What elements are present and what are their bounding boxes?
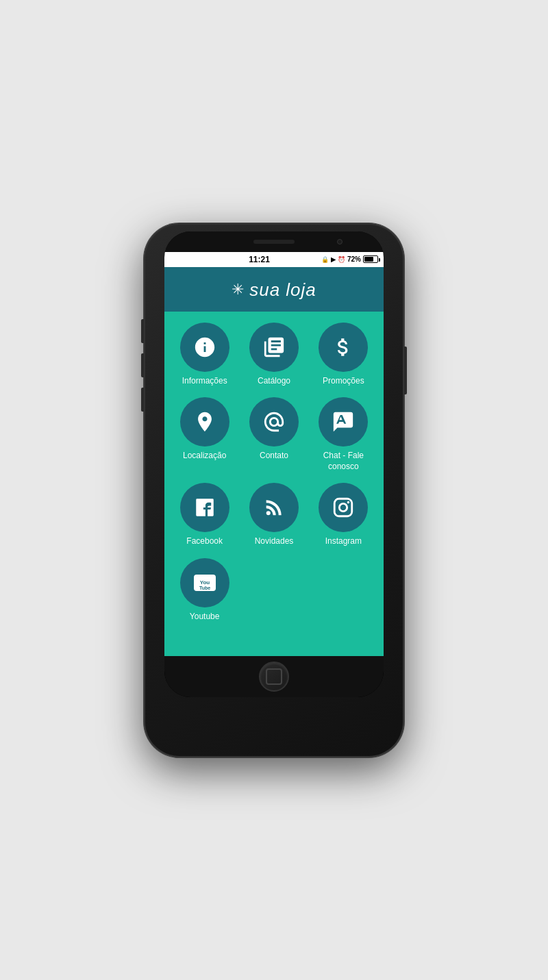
alarm-icon: ⏰ bbox=[338, 256, 345, 263]
rss-icon bbox=[262, 496, 286, 519]
app-title: sua loja bbox=[249, 279, 316, 301]
home-button[interactable] bbox=[259, 662, 289, 692]
catalog-icon bbox=[262, 336, 286, 359]
menu-item-promocoes[interactable]: Promoções bbox=[312, 323, 375, 387]
promocoes-icon-circle bbox=[319, 323, 368, 372]
contato-icon-circle bbox=[249, 397, 299, 447]
instagram-icon bbox=[332, 496, 355, 519]
facebook-icon-circle bbox=[180, 483, 229, 532]
phone-top-bar bbox=[164, 231, 384, 252]
localizacao-label: Localização bbox=[183, 451, 226, 462]
instagram-icon-circle bbox=[319, 483, 368, 532]
phone-device: 11:21 🔒 ▶ ⏰ 72% ✳ sua loja bbox=[144, 223, 404, 757]
battery-bar bbox=[363, 255, 378, 263]
informacoes-label: Informações bbox=[182, 376, 227, 387]
menu-item-contato[interactable]: Contato bbox=[242, 397, 306, 472]
menu-item-informacoes[interactable]: Informações bbox=[173, 323, 236, 387]
lock-icon: 🔒 bbox=[321, 256, 329, 263]
svg-text:You: You bbox=[199, 579, 210, 586]
status-bar: 11:21 🔒 ▶ ⏰ 72% bbox=[164, 252, 384, 267]
informacoes-icon-circle bbox=[180, 323, 229, 372]
chat-icon-circle bbox=[319, 397, 368, 447]
chat-label: Chat - Fale conosco bbox=[312, 451, 375, 472]
instagram-label: Instagram bbox=[325, 536, 362, 547]
app-content: Informações Catálogo bbox=[164, 312, 384, 656]
screen: 11:21 🔒 ▶ ⏰ 72% ✳ sua loja bbox=[164, 252, 384, 656]
contato-label: Contato bbox=[260, 451, 288, 462]
sparkle-icon: ✳ bbox=[232, 281, 244, 299]
camera bbox=[337, 239, 342, 244]
catalogo-icon-circle bbox=[249, 323, 299, 372]
youtube-icon: You Tube bbox=[191, 569, 219, 596]
phone-bottom bbox=[164, 656, 384, 697]
localizacao-icon-circle bbox=[180, 397, 229, 447]
phone-screen-container: 11:21 🔒 ▶ ⏰ 72% ✳ sua loja bbox=[164, 231, 384, 697]
promocoes-label: Promoções bbox=[323, 376, 364, 387]
app-header: ✳ sua loja bbox=[164, 267, 384, 312]
battery-fill bbox=[364, 257, 373, 262]
catalogo-label: Catálogo bbox=[258, 376, 290, 387]
youtube-icon-circle: You Tube bbox=[180, 558, 229, 607]
at-icon bbox=[262, 410, 286, 434]
menu-item-instagram[interactable]: Instagram bbox=[312, 483, 375, 547]
speaker bbox=[253, 240, 295, 244]
status-time: 11:21 bbox=[197, 255, 321, 264]
location-icon bbox=[193, 410, 216, 434]
menu-item-youtube[interactable]: You Tube Youtube bbox=[173, 558, 236, 623]
battery-percent: 72% bbox=[347, 255, 361, 263]
novidades-icon-circle bbox=[249, 483, 299, 532]
svg-text:Tube: Tube bbox=[199, 586, 210, 590]
menu-grid: Informações Catálogo bbox=[173, 323, 375, 623]
menu-item-facebook[interactable]: Facebook bbox=[173, 483, 236, 547]
facebook-icon bbox=[193, 496, 216, 519]
menu-item-novidades[interactable]: Novidades bbox=[242, 483, 306, 547]
novidades-label: Novidades bbox=[255, 536, 294, 547]
menu-item-localizacao[interactable]: Localização bbox=[173, 397, 236, 472]
status-right: 🔒 ▶ ⏰ 72% bbox=[321, 255, 378, 263]
chat-icon bbox=[332, 410, 355, 434]
menu-item-chat[interactable]: Chat - Fale conosco bbox=[312, 397, 375, 472]
facebook-label: Facebook bbox=[186, 536, 223, 547]
menu-item-catalogo[interactable]: Catálogo bbox=[242, 323, 306, 387]
info-icon bbox=[193, 336, 216, 359]
youtube-label: Youtube bbox=[190, 612, 220, 623]
home-button-inner bbox=[266, 668, 282, 685]
dollar-icon bbox=[332, 336, 355, 359]
location-icon: ▶ bbox=[331, 256, 336, 263]
